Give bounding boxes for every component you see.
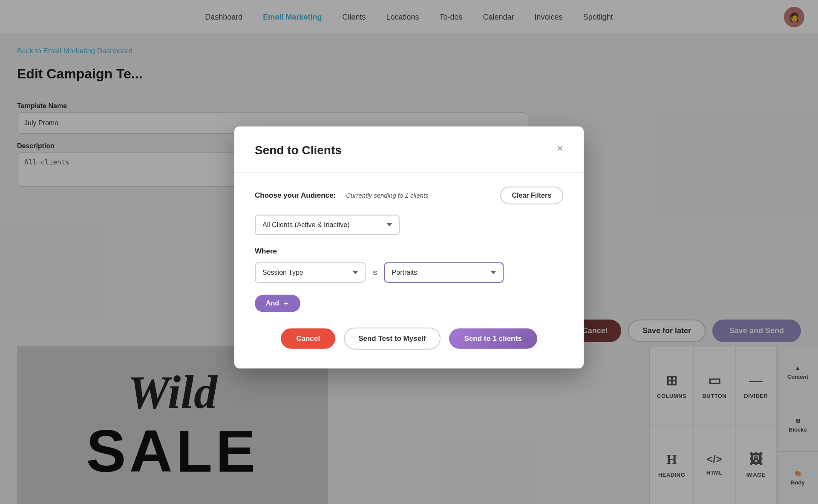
is-text: is [372, 268, 377, 276]
send-to-clients-modal: Send to Clients × Choose your Audience: … [234, 126, 584, 368]
send-to-clients-button[interactable]: Send to 1 clients [449, 328, 537, 348]
where-label: Where [255, 247, 563, 255]
plus-icon: ＋ [282, 299, 289, 308]
modal-footer: Cancel Send Test to Myself Send to 1 cli… [255, 327, 563, 349]
audience-select[interactable]: All Clients (Active & Inactive) Active C… [255, 214, 400, 235]
modal-header: Send to Clients × [255, 143, 563, 157]
audience-select-wrap: All Clients (Active & Inactive) Active C… [255, 214, 563, 235]
modal-title: Send to Clients [255, 143, 342, 157]
session-type-select[interactable]: Session Type Location Tags [255, 262, 366, 282]
portraits-select[interactable]: Portraits Weddings Events Headshots [384, 262, 504, 282]
modal-cancel-button[interactable]: Cancel [281, 328, 335, 348]
modal-close-button[interactable]: × [557, 142, 563, 153]
audience-row: Choose your Audience: Currently sending … [255, 186, 563, 204]
and-button[interactable]: And ＋ [255, 294, 300, 312]
audience-label: Choose your Audience: [255, 191, 336, 199]
clear-filters-button[interactable]: Clear Filters [500, 186, 563, 204]
currently-sending-text: Currently sending to 1 clients [346, 192, 490, 199]
send-test-button[interactable]: Send Test to Myself [344, 327, 440, 349]
modal-divider [234, 172, 584, 173]
and-label: And [266, 300, 279, 307]
where-row: Session Type Location Tags is Portraits … [255, 262, 563, 282]
